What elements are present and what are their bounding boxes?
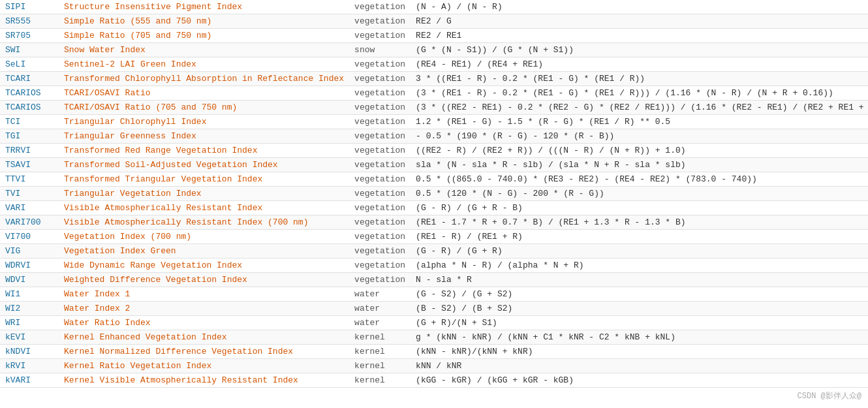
- table-row: VI700Vegetation Index (700 nm)vegetation…: [0, 230, 868, 244]
- table-row: SWISnow Water Indexsnow(G * (N - S1)) / …: [0, 43, 868, 57]
- table-row: kNDVIKernel Normalized Difference Vegeta…: [0, 345, 868, 359]
- formula-cell: (kNN - kNR)/(kNN + kNR): [411, 345, 868, 359]
- table-row: VARI700Visible Atmospherically Resistant…: [0, 215, 868, 230]
- name-cell: Wide Dynamic Range Vegetation Index: [59, 259, 349, 273]
- table-row: SIPIStructure Insensitive Pigment Indexv…: [0, 0, 868, 14]
- name-cell: Simple Ratio (555 and 750 nm): [59, 14, 349, 29]
- abbr-cell: WI2: [0, 302, 59, 316]
- table-row: WI1Water Index 1water(G - S2) / (G + S2): [0, 287, 868, 302]
- formula-cell: RE2 / G: [411, 14, 868, 29]
- name-cell: Transformed Soil-Adjusted Vegetation Ind…: [59, 158, 349, 172]
- table-row: TCARITransformed Chlorophyll Absorption …: [0, 72, 868, 86]
- index-table: SIPIStructure Insensitive Pigment Indexv…: [0, 0, 868, 388]
- formula-cell: (RE4 - RE1) / (RE4 + RE1): [411, 57, 868, 72]
- table-row: SR705Simple Ratio (705 and 750 nm)vegeta…: [0, 29, 868, 43]
- formula-cell: RE2 / RE1: [411, 29, 868, 43]
- name-cell: Vegetation Index (700 nm): [59, 230, 349, 244]
- table-row: TTVITransformed Triangular Vegetation In…: [0, 172, 868, 187]
- type-cell: vegetation: [349, 129, 411, 144]
- formula-cell: (kGG - kGR) / (kGG + kGR - kGB): [411, 373, 868, 388]
- name-cell: Kernel Normalized Difference Vegetation …: [59, 345, 349, 359]
- type-cell: snow: [349, 43, 411, 57]
- name-cell: Triangular Greenness Index: [59, 129, 349, 144]
- type-cell: vegetation: [349, 215, 411, 230]
- abbr-cell: kVARI: [0, 373, 59, 388]
- abbr-cell: TCARIOS: [0, 101, 59, 115]
- type-cell: kernel: [349, 345, 411, 359]
- table-row: VARIVisible Atmospherically Resistant In…: [0, 201, 868, 215]
- type-cell: vegetation: [349, 230, 411, 244]
- name-cell: Water Ratio Index: [59, 316, 349, 330]
- type-cell: vegetation: [349, 158, 411, 172]
- formula-cell: (B - S2) / (B + S2): [411, 302, 868, 316]
- formula-cell: (G * (N - S1)) / (G * (N + S1)): [411, 43, 868, 57]
- abbr-cell: kRVI: [0, 359, 59, 373]
- formula-cell: N - sla * R: [411, 273, 868, 287]
- type-cell: vegetation: [349, 201, 411, 215]
- table-row: WRIWater Ratio Indexwater(G + R)/(N + S1…: [0, 316, 868, 330]
- abbr-cell: TRRVI: [0, 144, 59, 158]
- abbr-cell: TCI: [0, 115, 59, 129]
- name-cell: Sentinel-2 LAI Green Index: [59, 57, 349, 72]
- formula-cell: (G - R) / (G + R): [411, 244, 868, 259]
- abbr-cell: SR705: [0, 29, 59, 43]
- table-row: VIGVegetation Index Greenvegetation(G - …: [0, 244, 868, 259]
- abbr-cell: TGI: [0, 129, 59, 144]
- type-cell: kernel: [349, 330, 411, 345]
- name-cell: Visible Atmospherically Resistant Index: [59, 201, 349, 215]
- abbr-cell: VIG: [0, 244, 59, 259]
- formula-cell: (N - A) / (N - R): [411, 0, 868, 14]
- formula-cell: kNN / kNR: [411, 359, 868, 373]
- type-cell: vegetation: [349, 259, 411, 273]
- abbr-cell: TVI: [0, 187, 59, 201]
- formula-cell: 0.5 * ((865.0 - 740.0) * (RE3 - RE2) - (…: [411, 172, 868, 187]
- type-cell: water: [349, 316, 411, 330]
- table-row: kEVIKernel Enhanced Vegetation Indexkern…: [0, 330, 868, 345]
- type-cell: water: [349, 287, 411, 302]
- table-row: SR555Simple Ratio (555 and 750 nm)vegeta…: [0, 14, 868, 29]
- table-row: TCITriangular Chlorophyll Indexvegetatio…: [0, 115, 868, 129]
- abbr-cell: VARI: [0, 201, 59, 215]
- name-cell: Kernel Ratio Vegetation Index: [59, 359, 349, 373]
- type-cell: vegetation: [349, 244, 411, 259]
- name-cell: Structure Insensitive Pigment Index: [59, 0, 349, 14]
- abbr-cell: SIPI: [0, 0, 59, 14]
- table-row: kVARIKernel Visible Atmospherically Resi…: [0, 373, 868, 388]
- formula-cell: sla * (N - sla * R - slb) / (sla * N + R…: [411, 158, 868, 172]
- name-cell: Kernel Enhanced Vegetation Index: [59, 330, 349, 345]
- abbr-cell: WDRVI: [0, 259, 59, 273]
- type-cell: water: [349, 302, 411, 316]
- type-cell: vegetation: [349, 101, 411, 115]
- formula-cell: (alpha * N - R) / (alpha * N + R): [411, 259, 868, 273]
- abbr-cell: WI1: [0, 287, 59, 302]
- name-cell: Snow Water Index: [59, 43, 349, 57]
- name-cell: Transformed Triangular Vegetation Index: [59, 172, 349, 187]
- type-cell: vegetation: [349, 86, 411, 101]
- table-row: TGITriangular Greenness Indexvegetation-…: [0, 129, 868, 144]
- abbr-cell: SR555: [0, 14, 59, 29]
- table-row: TSAVITransformed Soil-Adjusted Vegetatio…: [0, 158, 868, 172]
- type-cell: kernel: [349, 359, 411, 373]
- name-cell: Triangular Chlorophyll Index: [59, 115, 349, 129]
- table-row: TVITriangular Vegetation Indexvegetation…: [0, 187, 868, 201]
- formula-cell: 1.2 * (RE1 - G) - 1.5 * (R - G) * (RE1 /…: [411, 115, 868, 129]
- type-cell: vegetation: [349, 144, 411, 158]
- table-row: WDVIWeighted Difference Vegetation Index…: [0, 273, 868, 287]
- name-cell: Transformed Chlorophyll Absorption in Re…: [59, 72, 349, 86]
- name-cell: Visible Atmospherically Resistant Index …: [59, 215, 349, 230]
- abbr-cell: SWI: [0, 43, 59, 57]
- formula-cell: (G - R) / (G + R - B): [411, 201, 868, 215]
- abbr-cell: kNDVI: [0, 345, 59, 359]
- abbr-cell: WDVI: [0, 273, 59, 287]
- abbr-cell: TCARIOS: [0, 86, 59, 101]
- formula-cell: ((RE2 - R) / (RE2 + R)) / (((N - R) / (N…: [411, 144, 868, 158]
- abbr-cell: TTVI: [0, 172, 59, 187]
- abbr-cell: WRI: [0, 316, 59, 330]
- table-row: TCARIOSTCARI/OSAVI Ratiovegetation(3 * (…: [0, 86, 868, 101]
- formula-cell: 3 * ((RE1 - R) - 0.2 * (RE1 - G) * (RE1 …: [411, 72, 868, 86]
- table-row: WDRVIWide Dynamic Range Vegetation Index…: [0, 259, 868, 273]
- name-cell: TCARI/OSAVI Ratio: [59, 86, 349, 101]
- type-cell: kernel: [349, 373, 411, 388]
- abbr-cell: VARI700: [0, 215, 59, 230]
- name-cell: TCARI/OSAVI Ratio (705 and 750 nm): [59, 101, 349, 115]
